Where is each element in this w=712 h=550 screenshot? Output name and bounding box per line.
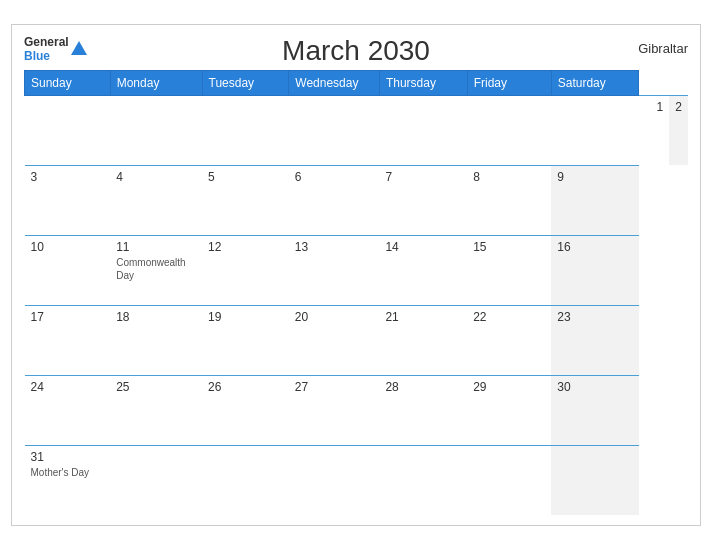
calendar-day: 5 [202, 165, 289, 235]
calendar-day: 23 [551, 305, 638, 375]
day-number: 25 [116, 380, 196, 394]
day-number: 20 [295, 310, 374, 324]
day-number: 23 [557, 310, 632, 324]
day-number: 29 [473, 380, 545, 394]
day-number: 31 [31, 450, 105, 464]
day-number: 6 [295, 170, 374, 184]
calendar-day: 13 [289, 235, 380, 305]
calendar-week-row: 1011Commonwealth Day1213141516 [25, 235, 689, 305]
calendar-day-empty [110, 95, 202, 165]
day-number: 2 [675, 100, 682, 114]
calendar-day: 27 [289, 375, 380, 445]
calendar-day [110, 445, 202, 515]
calendar-day [202, 445, 289, 515]
day-number: 4 [116, 170, 196, 184]
weekday-monday: Monday [110, 70, 202, 95]
day-number: 7 [385, 170, 461, 184]
calendar-day [467, 95, 551, 165]
calendar-day-empty [25, 95, 111, 165]
calendar-day [551, 95, 638, 165]
calendar-day: 25 [110, 375, 202, 445]
day-number: 13 [295, 240, 374, 254]
calendar-day [379, 445, 467, 515]
calendar-day: 15 [467, 235, 551, 305]
logo: General Blue [24, 35, 87, 64]
day-number: 22 [473, 310, 545, 324]
calendar-week-row: 3456789 [25, 165, 689, 235]
calendar-day [639, 95, 651, 165]
day-number: 21 [385, 310, 461, 324]
weekday-wednesday: Wednesday [289, 70, 380, 95]
day-number: 10 [31, 240, 105, 254]
calendar-day: 21 [379, 305, 467, 375]
day-event: Mother's Day [31, 466, 105, 479]
logo-triangle-icon [71, 41, 87, 55]
calendar: General Blue March 2030 Gibraltar Sunday… [11, 24, 701, 526]
calendar-day: 16 [551, 235, 638, 305]
day-number: 16 [557, 240, 632, 254]
day-number: 11 [116, 240, 196, 254]
day-number: 9 [557, 170, 632, 184]
calendar-day: 2 [669, 95, 688, 165]
weekday-thursday: Thursday [379, 70, 467, 95]
calendar-day: 3 [25, 165, 111, 235]
calendar-day: 18 [110, 305, 202, 375]
calendar-week-row: 31Mother's Day [25, 445, 689, 515]
day-number: 26 [208, 380, 283, 394]
calendar-day: 10 [25, 235, 111, 305]
day-number: 5 [208, 170, 283, 184]
day-number: 27 [295, 380, 374, 394]
day-number: 28 [385, 380, 461, 394]
calendar-day: 24 [25, 375, 111, 445]
calendar-day: 12 [202, 235, 289, 305]
day-number: 19 [208, 310, 283, 324]
calendar-day: 29 [467, 375, 551, 445]
calendar-week-row: 17181920212223 [25, 305, 689, 375]
calendar-day: 26 [202, 375, 289, 445]
weekday-tuesday: Tuesday [202, 70, 289, 95]
calendar-day: 9 [551, 165, 638, 235]
day-number: 18 [116, 310, 196, 324]
calendar-day: 30 [551, 375, 638, 445]
logo-blue-text: Blue [24, 49, 50, 63]
calendar-day [379, 95, 467, 165]
day-number: 14 [385, 240, 461, 254]
day-number: 8 [473, 170, 545, 184]
day-number: 12 [208, 240, 283, 254]
calendar-day: 31Mother's Day [25, 445, 111, 515]
weekday-header-row: Sunday Monday Tuesday Wednesday Thursday… [25, 70, 689, 95]
weekday-saturday: Saturday [551, 70, 638, 95]
weekday-sunday: Sunday [25, 70, 111, 95]
calendar-region: Gibraltar [638, 35, 688, 56]
calendar-day-empty [202, 95, 289, 165]
calendar-header: General Blue March 2030 Gibraltar [24, 35, 688, 64]
calendar-week-row: 24252627282930 [25, 375, 689, 445]
calendar-day: 19 [202, 305, 289, 375]
calendar-day: 6 [289, 165, 380, 235]
calendar-title: March 2030 [282, 35, 430, 67]
calendar-day: 11Commonwealth Day [110, 235, 202, 305]
calendar-day: 4 [110, 165, 202, 235]
calendar-day: 1 [651, 95, 670, 165]
day-number: 30 [557, 380, 632, 394]
calendar-table: Sunday Monday Tuesday Wednesday Thursday… [24, 70, 688, 516]
day-number: 15 [473, 240, 545, 254]
calendar-day-empty [289, 95, 380, 165]
day-number: 1 [657, 100, 664, 114]
calendar-day: 22 [467, 305, 551, 375]
calendar-day [467, 445, 551, 515]
calendar-day: 20 [289, 305, 380, 375]
calendar-day [289, 445, 380, 515]
calendar-week-row: 12 [25, 95, 689, 165]
calendar-day: 7 [379, 165, 467, 235]
calendar-day: 8 [467, 165, 551, 235]
day-number: 17 [31, 310, 105, 324]
logo-general-text: General [24, 35, 69, 49]
weekday-friday: Friday [467, 70, 551, 95]
day-event: Commonwealth Day [116, 256, 196, 282]
day-number: 3 [31, 170, 105, 184]
day-number: 24 [31, 380, 105, 394]
calendar-day [551, 445, 638, 515]
calendar-day: 17 [25, 305, 111, 375]
calendar-day: 28 [379, 375, 467, 445]
